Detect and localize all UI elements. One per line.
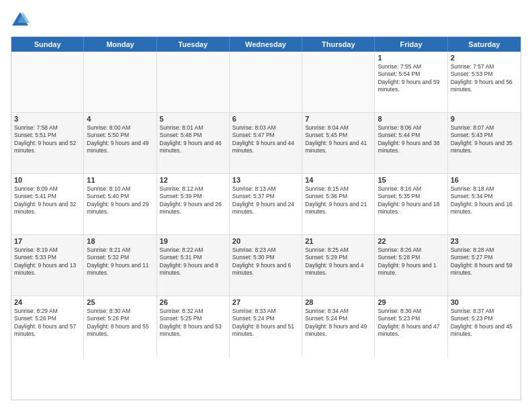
day-number: 3 <box>14 115 81 123</box>
day-content: Sunrise: 8:23 AM Sunset: 5:30 PM Dayligh… <box>232 246 299 277</box>
day-number: 28 <box>305 298 371 306</box>
day-content: Sunrise: 8:30 AM Sunset: 5:26 PM Dayligh… <box>87 308 153 338</box>
day-number: 21 <box>305 237 371 245</box>
day-content: Sunrise: 8:07 AM Sunset: 5:43 PM Dayligh… <box>451 124 518 155</box>
day-content: Sunrise: 8:28 AM Sunset: 5:27 PM Dayligh… <box>451 246 518 277</box>
day-content: Sunrise: 8:26 AM Sunset: 5:28 PM Dayligh… <box>378 246 444 277</box>
calendar-row-1: 1Sunrise: 7:55 AM Sunset: 5:54 PM Daylig… <box>11 52 521 113</box>
day-cell-14: 14Sunrise: 8:15 AM Sunset: 5:36 PM Dayli… <box>302 174 375 234</box>
day-cell-23: 23Sunrise: 8:28 AM Sunset: 5:27 PM Dayli… <box>448 235 521 295</box>
day-cell-16: 16Sunrise: 8:18 AM Sunset: 5:34 PM Dayli… <box>448 174 521 234</box>
day-content: Sunrise: 8:13 AM Sunset: 5:37 PM Dayligh… <box>232 185 299 216</box>
day-cell-25: 25Sunrise: 8:30 AM Sunset: 5:26 PM Dayli… <box>84 296 157 357</box>
day-number: 24 <box>14 298 81 306</box>
day-number: 10 <box>14 176 81 184</box>
empty-cell <box>302 52 375 112</box>
logo-icon <box>11 11 30 30</box>
day-number: 30 <box>451 298 518 306</box>
day-content: Sunrise: 8:32 AM Sunset: 5:25 PM Dayligh… <box>160 308 226 338</box>
day-number: 23 <box>451 237 518 245</box>
day-number: 1 <box>378 54 444 62</box>
day-number: 15 <box>378 176 444 184</box>
header-day-wednesday: Wednesday <box>230 37 302 52</box>
day-content: Sunrise: 8:03 AM Sunset: 5:47 PM Dayligh… <box>232 124 299 155</box>
header-day-sunday: Sunday <box>11 37 84 52</box>
day-number: 2 <box>451 54 518 62</box>
header-day-saturday: Saturday <box>448 37 521 52</box>
day-content: Sunrise: 8:01 AM Sunset: 5:48 PM Dayligh… <box>160 124 226 155</box>
day-number: 14 <box>305 176 371 184</box>
day-content: Sunrise: 8:10 AM Sunset: 5:40 PM Dayligh… <box>87 185 153 216</box>
day-cell-24: 24Sunrise: 8:29 AM Sunset: 5:26 PM Dayli… <box>11 296 84 357</box>
day-cell-6: 6Sunrise: 8:03 AM Sunset: 5:47 PM Daylig… <box>230 113 302 173</box>
day-content: Sunrise: 8:33 AM Sunset: 5:24 PM Dayligh… <box>232 308 299 338</box>
day-number: 29 <box>378 298 444 306</box>
day-content: Sunrise: 8:25 AM Sunset: 5:29 PM Dayligh… <box>305 246 371 277</box>
day-cell-29: 29Sunrise: 8:36 AM Sunset: 5:23 PM Dayli… <box>375 296 447 357</box>
day-content: Sunrise: 8:37 AM Sunset: 5:23 PM Dayligh… <box>451 308 518 338</box>
day-cell-9: 9Sunrise: 8:07 AM Sunset: 5:43 PM Daylig… <box>448 113 521 173</box>
day-number: 9 <box>451 115 518 123</box>
empty-cell <box>157 52 230 112</box>
day-number: 22 <box>378 237 444 245</box>
day-cell-1: 1Sunrise: 7:55 AM Sunset: 5:54 PM Daylig… <box>375 52 447 112</box>
day-cell-7: 7Sunrise: 8:04 AM Sunset: 5:45 PM Daylig… <box>302 113 375 173</box>
day-content: Sunrise: 7:57 AM Sunset: 5:53 PM Dayligh… <box>451 63 518 94</box>
day-number: 5 <box>160 115 226 123</box>
day-cell-30: 30Sunrise: 8:37 AM Sunset: 5:23 PM Dayli… <box>448 296 521 357</box>
day-number: 19 <box>160 237 226 245</box>
day-content: Sunrise: 8:18 AM Sunset: 5:34 PM Dayligh… <box>451 185 518 216</box>
day-content: Sunrise: 7:55 AM Sunset: 5:54 PM Dayligh… <box>378 63 444 94</box>
day-cell-10: 10Sunrise: 8:09 AM Sunset: 5:41 PM Dayli… <box>11 174 84 234</box>
day-number: 6 <box>232 115 299 123</box>
day-content: Sunrise: 8:09 AM Sunset: 5:41 PM Dayligh… <box>14 185 81 216</box>
header-day-friday: Friday <box>375 37 447 52</box>
day-cell-11: 11Sunrise: 8:10 AM Sunset: 5:40 PM Dayli… <box>84 174 157 234</box>
day-number: 27 <box>232 298 299 306</box>
day-number: 18 <box>87 237 153 245</box>
day-content: Sunrise: 8:12 AM Sunset: 5:39 PM Dayligh… <box>160 185 226 216</box>
day-number: 13 <box>232 176 299 184</box>
header-day-tuesday: Tuesday <box>157 37 230 52</box>
calendar-row-4: 17Sunrise: 8:19 AM Sunset: 5:33 PM Dayli… <box>11 235 521 296</box>
day-number: 17 <box>14 237 81 245</box>
day-number: 11 <box>87 176 153 184</box>
day-number: 16 <box>451 176 518 184</box>
day-cell-15: 15Sunrise: 8:16 AM Sunset: 5:35 PM Dayli… <box>375 174 447 234</box>
empty-cell <box>84 52 157 112</box>
day-number: 20 <box>232 237 299 245</box>
day-content: Sunrise: 8:06 AM Sunset: 5:44 PM Dayligh… <box>378 124 444 155</box>
calendar-header: SundayMondayTuesdayWednesdayThursdayFrid… <box>11 37 521 52</box>
day-content: Sunrise: 8:15 AM Sunset: 5:36 PM Dayligh… <box>305 185 371 216</box>
day-content: Sunrise: 8:36 AM Sunset: 5:23 PM Dayligh… <box>378 308 444 338</box>
day-number: 4 <box>87 115 153 123</box>
day-content: Sunrise: 8:21 AM Sunset: 5:32 PM Dayligh… <box>87 246 153 277</box>
day-cell-12: 12Sunrise: 8:12 AM Sunset: 5:39 PM Dayli… <box>157 174 230 234</box>
day-content: Sunrise: 8:22 AM Sunset: 5:31 PM Dayligh… <box>160 246 226 277</box>
day-number: 12 <box>160 176 226 184</box>
day-content: Sunrise: 8:00 AM Sunset: 5:50 PM Dayligh… <box>87 124 153 155</box>
day-content: Sunrise: 8:04 AM Sunset: 5:45 PM Dayligh… <box>305 124 371 155</box>
day-content: Sunrise: 8:19 AM Sunset: 5:33 PM Dayligh… <box>14 246 81 277</box>
day-cell-17: 17Sunrise: 8:19 AM Sunset: 5:33 PM Dayli… <box>11 235 84 295</box>
header-day-monday: Monday <box>84 37 157 52</box>
day-content: Sunrise: 7:58 AM Sunset: 5:51 PM Dayligh… <box>14 124 81 155</box>
calendar-row-2: 3Sunrise: 7:58 AM Sunset: 5:51 PM Daylig… <box>11 113 521 174</box>
day-cell-8: 8Sunrise: 8:06 AM Sunset: 5:44 PM Daylig… <box>375 113 447 173</box>
day-cell-26: 26Sunrise: 8:32 AM Sunset: 5:25 PM Dayli… <box>157 296 230 357</box>
day-content: Sunrise: 8:34 AM Sunset: 5:24 PM Dayligh… <box>305 308 371 338</box>
header-day-thursday: Thursday <box>302 37 375 52</box>
logo <box>11 11 32 30</box>
day-content: Sunrise: 8:16 AM Sunset: 5:35 PM Dayligh… <box>378 185 444 216</box>
day-content: Sunrise: 8:29 AM Sunset: 5:26 PM Dayligh… <box>14 308 81 338</box>
calendar-row-5: 24Sunrise: 8:29 AM Sunset: 5:26 PM Dayli… <box>11 296 521 357</box>
day-number: 26 <box>160 298 226 306</box>
day-cell-3: 3Sunrise: 7:58 AM Sunset: 5:51 PM Daylig… <box>11 113 84 173</box>
day-cell-18: 18Sunrise: 8:21 AM Sunset: 5:32 PM Dayli… <box>84 235 157 295</box>
empty-cell <box>230 52 302 112</box>
day-cell-22: 22Sunrise: 8:26 AM Sunset: 5:28 PM Dayli… <box>375 235 447 295</box>
empty-cell <box>11 52 84 112</box>
page-header <box>11 11 521 30</box>
day-cell-27: 27Sunrise: 8:33 AM Sunset: 5:24 PM Dayli… <box>230 296 302 357</box>
calendar-row-3: 10Sunrise: 8:09 AM Sunset: 5:41 PM Dayli… <box>11 174 521 235</box>
